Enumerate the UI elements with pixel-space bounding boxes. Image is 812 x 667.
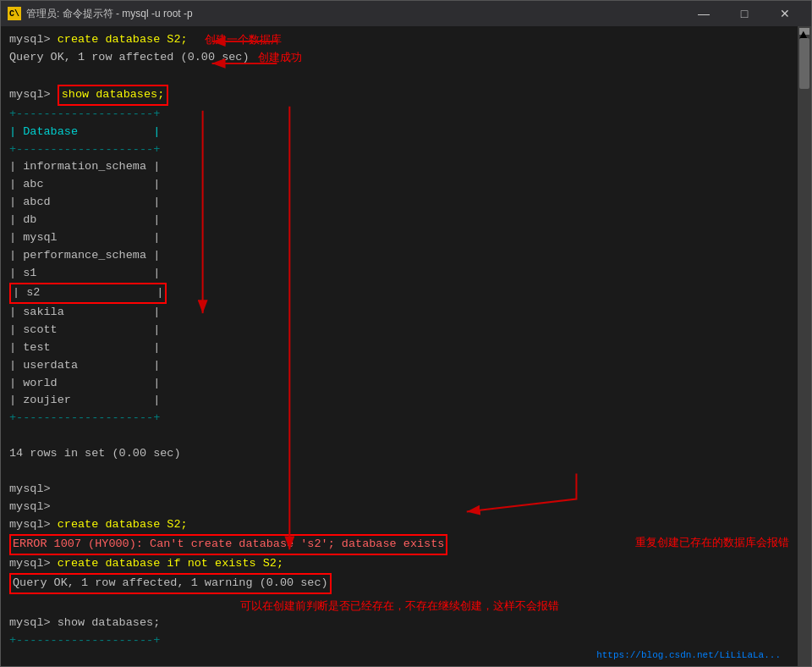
warning-box: Query OK, 1 row affected, 1 warning (0.0… [9, 573, 332, 594]
window-title: 管理员: 命令提示符 - mysql -u root -p [26, 7, 193, 21]
line-s2: | s2 | [9, 283, 789, 304]
terminal-content[interactable]: mysql> create database S2; 创建一个数据库 Query… [1, 26, 798, 666]
footer-url: https://blog.csdn.net/LiLiLaLa... [596, 648, 781, 663]
terminal-wrapper: mysql> create database S2; 创建一个数据库 Query… [1, 26, 811, 666]
scrollbar[interactable]: ▲ [798, 26, 811, 666]
app-icon: C\ [8, 7, 21, 20]
annotation-create-success: 创建成功 [258, 49, 302, 66]
annotation-duplicate-error: 重复创建已存在的数据库会报错 [601, 534, 789, 551]
window-controls: — □ ✕ [684, 1, 804, 26]
title-bar-left: C\ 管理员: 命令提示符 - mysql -u root -p [8, 7, 193, 21]
scrollbar-up-arrow[interactable]: ▲ [799, 28, 809, 35]
window: C\ 管理员: 命令提示符 - mysql -u root -p — □ ✕ m… [0, 0, 812, 667]
annotation-create-db: 创建一个数据库 [205, 31, 282, 48]
line-error: ERROR 1007 (HY000): Can't create databas… [9, 534, 789, 555]
annotation-if-not-exists-wrapper: 可以在创建前判断是否已经存在，不存在继续创建，这样不会报错 [9, 598, 789, 615]
annotation-if-not-exists: 可以在创建前判断是否已经存在，不存在继续创建，这样不会报错 [240, 598, 559, 615]
show-databases-box: show databases; [58, 85, 169, 106]
close-button[interactable]: ✕ [765, 1, 804, 26]
line-query-ok-1: Query OK, 1 row affected (0.00 sec) 创建成功 [9, 49, 789, 67]
s2-highlight-box: | s2 | [9, 283, 167, 304]
line-create-db: mysql> create database S2; 创建一个数据库 [9, 31, 789, 49]
title-bar: C\ 管理员: 命令提示符 - mysql -u root -p — □ ✕ [1, 1, 811, 26]
minimize-button[interactable]: — [684, 1, 723, 26]
maximize-button[interactable]: □ [725, 1, 764, 26]
error-box: ERROR 1007 (HY000): Can't create databas… [9, 534, 447, 555]
line-show-db: mysql> show databases; [9, 85, 789, 106]
scrollbar-thumb[interactable] [799, 38, 809, 89]
